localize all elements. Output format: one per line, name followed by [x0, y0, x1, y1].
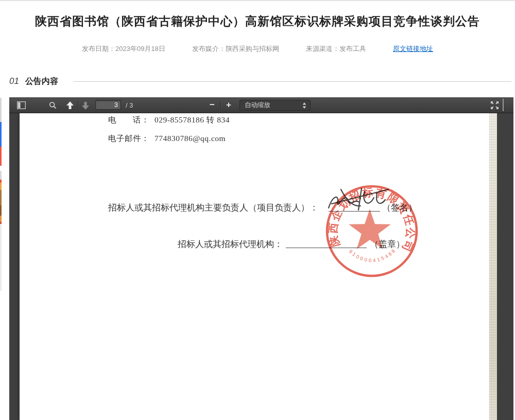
page-title: 陕西省图书馆（陕西省古籍保护中心）高新馆区标识标牌采购项目竞争性谈判公告 [0, 13, 515, 29]
zoom-scale-select[interactable]: 自动缩放 [239, 100, 311, 111]
arrow-down-icon [81, 101, 90, 110]
source-channel-value: 发布工具 [339, 45, 366, 52]
seal-star-icon [349, 209, 391, 249]
edge-strip [0, 183, 2, 190]
meta-row: 发布日期：2023年09月18日 发布媒介：陕西采购与招标网 来源渠道：发布工具… [0, 44, 515, 54]
email-label: 电子邮件： [108, 134, 149, 143]
source-channel-label: 来源渠道： [306, 45, 339, 52]
source-channel: 来源渠道：发布工具 [306, 44, 366, 54]
pdf-viewer: / 3 − + 自动缩放 [9, 97, 513, 420]
presentation-mode-button[interactable] [488, 100, 501, 111]
minus-icon: − [210, 100, 215, 110]
search-icon [49, 101, 57, 109]
page-number-input[interactable] [95, 100, 121, 110]
publish-date: 发布日期：2023年09月18日 [82, 44, 165, 54]
scrollbar-thumb[interactable] [503, 99, 504, 111]
zoom-in-button[interactable]: + [222, 99, 235, 111]
edge-strip [0, 98, 2, 122]
publish-date-value: 2023年09月18日 [115, 45, 165, 52]
origin-link[interactable]: 原文链接地址 [393, 45, 433, 52]
search-button[interactable] [47, 100, 58, 111]
arrow-up-icon [66, 101, 74, 110]
plus-icon: + [226, 100, 231, 110]
section-title: 公告内容 [25, 76, 58, 87]
publish-media: 发布媒介：陕西采购与招标网 [192, 44, 279, 54]
agency-line: 招标人或其招标代理机构： [178, 238, 283, 250]
company-seal: 陕西企划招标有限责任公司 610000415488 [320, 180, 423, 283]
sidebar-toggle-button[interactable] [15, 100, 27, 111]
page-count-label: / 3 [126, 101, 133, 109]
zoom-out-button[interactable]: − [206, 99, 218, 111]
publish-date-label: 发布日期： [82, 45, 115, 52]
seal-code: 610000415488 [348, 247, 398, 263]
fullscreen-icon [490, 101, 499, 110]
chevron-updown-icon [302, 102, 306, 109]
email-line: 电子邮件：774830786@qq.com [108, 133, 226, 144]
edge-strip [0, 205, 2, 216]
sidebar-toggle-icon [17, 101, 26, 109]
phone-label: 电 话： [108, 115, 149, 124]
phone-line: 电 话：029-85578186 转 834 [108, 115, 230, 126]
next-page-button[interactable] [79, 100, 92, 111]
section-divider [74, 81, 511, 82]
section-header: 01 公告内容 [9, 75, 511, 87]
edge-strip [0, 216, 2, 222]
pdf-toolbar: / 3 − + 自动缩放 [9, 97, 513, 113]
publish-media-value: 陕西采购与招标网 [226, 45, 279, 52]
edge-strip [0, 171, 2, 180]
pdf-scroll-area[interactable]: 电 话：029-85578186 转 834 电子邮件：774830786@qq… [9, 113, 513, 420]
responsible-person-line: 招标人或其招标代理机构主要负责人（项目负责人）： [108, 202, 318, 214]
scanned-page-edge [489, 113, 497, 420]
email-value: 774830786@qq.com [154, 134, 226, 143]
section-number: 01 [9, 76, 19, 86]
publish-media-label: 发布媒介： [192, 45, 226, 52]
zoom-scale-value: 自动缩放 [245, 101, 270, 109]
phone-value: 029-85578186 转 834 [154, 115, 230, 124]
edge-strip [0, 224, 2, 291]
pdf-page: 电 话：029-85578186 转 834 电子邮件：774830786@qq… [20, 113, 489, 420]
edge-strip [0, 190, 2, 205]
svg-text:610000415488: 610000415488 [348, 247, 398, 263]
previous-page-button[interactable] [64, 100, 76, 111]
edge-strip [0, 122, 2, 147]
edge-strip [0, 147, 2, 166]
